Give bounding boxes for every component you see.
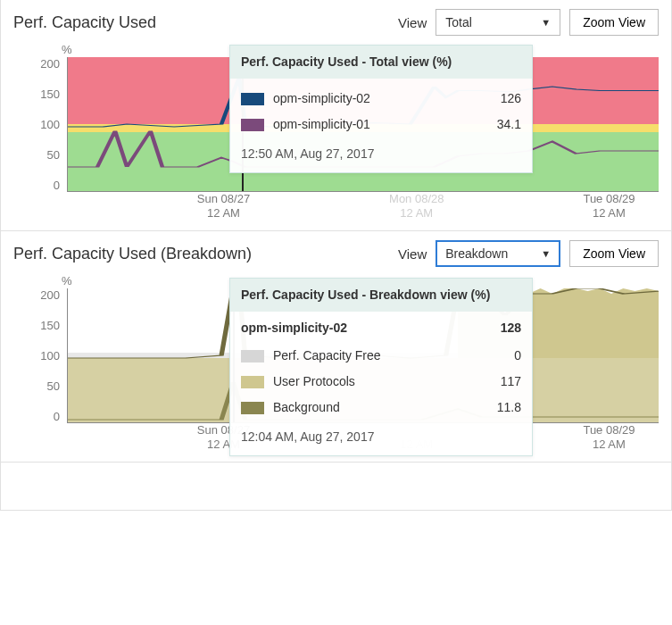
panel-perf-capacity-total: Perf. Capacity Used View Total ▼ Zoom Vi…	[0, 0, 672, 231]
y-tick: 100	[40, 349, 60, 362]
zoom-view-button[interactable]: Zoom View	[569, 240, 659, 267]
legend-value: 117	[477, 372, 521, 391]
y-tick: 0	[54, 410, 60, 423]
x-tick-date: Mon 08/28	[389, 192, 444, 206]
x-axis: Sun 08/27 12 AM Mon 08/28 12 AM Tue 08/2…	[67, 192, 659, 223]
panel-perf-capacity-breakdown: Perf. Capacity Used (Breakdown) View Bre…	[0, 231, 672, 462]
legend-value: 126	[477, 89, 521, 108]
view-select-value: Breakdown	[445, 246, 508, 261]
y-axis: 200 150 100 50 0	[13, 276, 67, 454]
x-tick-date: Tue 08/29	[583, 192, 635, 206]
y-tick: 150	[40, 88, 60, 101]
x-tick-time: 12 AM	[400, 206, 433, 221]
legend-name: Background	[273, 398, 468, 417]
y-tick: 200	[40, 288, 60, 302]
panel-title: Perf. Capacity Used (Breakdown)	[13, 245, 389, 263]
zoom-view-button[interactable]: Zoom View	[569, 9, 659, 36]
legend-name: Perf. Capacity Free	[273, 346, 468, 365]
x-tick-date: Sun 08/27	[197, 192, 250, 206]
hover-series-name: opm-simplicity-02	[241, 319, 347, 338]
swatch-icon	[241, 350, 264, 362]
legend-name: opm-simplicity-01	[273, 115, 468, 134]
legend-row: User Protocols 117	[241, 369, 521, 395]
legend-value: 34.1	[477, 115, 521, 134]
hover-title: Perf. Capacity Used - Breakdown view (%)	[230, 279, 532, 312]
view-label: View	[398, 15, 427, 30]
chevron-down-icon: ▼	[541, 248, 551, 259]
hover-title: Perf. Capacity Used - Total view (%)	[230, 46, 532, 79]
legend-name: opm-simplicity-02	[273, 89, 468, 108]
chevron-down-icon: ▼	[541, 17, 551, 28]
legend-row: opm-simplicity-02 126	[241, 86, 521, 112]
hover-tooltip-total: Perf. Capacity Used - Total view (%) opm…	[229, 45, 533, 173]
swatch-icon	[241, 376, 264, 388]
x-tick-time: 12 AM	[593, 438, 626, 452]
hover-timestamp: 12:04 AM, Aug 27, 2017	[241, 428, 521, 446]
view-select-value: Total	[445, 15, 472, 29]
x-tick-time: 12 AM	[207, 206, 240, 221]
panel-header: Perf. Capacity Used (Breakdown) View Bre…	[1, 231, 671, 272]
legend-row: opm-simplicity-01 34.1	[241, 112, 521, 138]
y-tick: 200	[40, 57, 60, 71]
hover-series-total: 128	[501, 319, 521, 338]
empty-panel	[0, 462, 672, 511]
swatch-icon	[241, 119, 264, 131]
y-axis: 200 150 100 50 0	[13, 45, 67, 223]
chart-total[interactable]: % 200 150 100 50 0	[1, 41, 671, 230]
swatch-icon	[241, 93, 264, 105]
view-label: View	[398, 246, 427, 262]
legend-row: Perf. Capacity Free 0	[241, 343, 521, 369]
y-tick: 100	[40, 118, 60, 131]
y-tick: 50	[47, 148, 60, 162]
y-tick: 50	[47, 379, 60, 393]
x-tick-time: 12 AM	[593, 206, 626, 221]
legend-row: Background 11.8	[241, 395, 521, 421]
hover-tooltip-breakdown: Perf. Capacity Used - Breakdown view (%)…	[229, 278, 533, 456]
panel-header: Perf. Capacity Used View Total ▼ Zoom Vi…	[1, 0, 671, 41]
legend-value: 11.8	[477, 398, 521, 417]
legend-value: 0	[477, 346, 521, 365]
view-select-total[interactable]: Total ▼	[436, 9, 560, 36]
legend-name: User Protocols	[273, 372, 468, 391]
view-select-breakdown[interactable]: Breakdown ▼	[436, 240, 560, 267]
hover-timestamp: 12:50 AM, Aug 27, 2017	[241, 145, 521, 163]
panel-title: Perf. Capacity Used	[13, 13, 389, 32]
swatch-icon	[241, 402, 264, 414]
x-tick-date: Tue 08/29	[583, 423, 635, 438]
chart-breakdown[interactable]: % 200 150 100 50 0	[1, 272, 671, 462]
y-tick: 0	[54, 179, 60, 192]
y-tick: 150	[40, 319, 60, 332]
